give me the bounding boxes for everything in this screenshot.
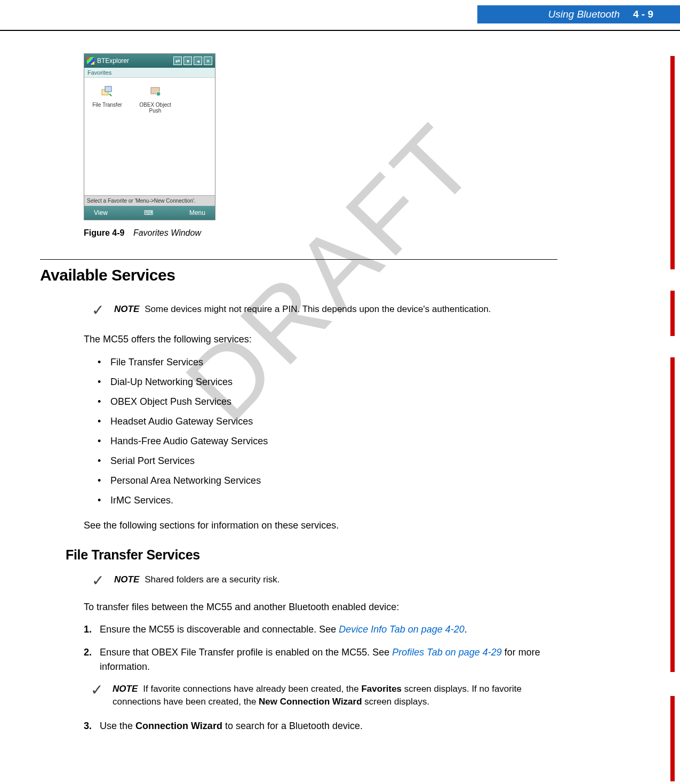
note-text: If favorite connections have already bee…	[143, 684, 361, 694]
revision-bar	[670, 56, 675, 269]
checkmark-icon: ✓	[91, 683, 103, 698]
list-item: IrMC Services.	[110, 491, 557, 510]
header-chapter: Using Bluetooth	[548, 9, 620, 20]
bold-term: Connection Wizard	[135, 721, 222, 731]
link-device-info-tab[interactable]: Device Info Tab on page 4-20	[339, 624, 465, 635]
step-2: 2. Ensure that OBEX File Transfer profil…	[84, 645, 557, 674]
list-item: Headset Audio Gateway Services	[110, 412, 557, 431]
revision-bar	[670, 291, 675, 336]
intro-paragraph: To transfer files between the MC55 and a…	[84, 602, 557, 613]
note-text: Some devices might not require a PIN. Th…	[145, 304, 491, 314]
sync-icon: ⇄	[173, 57, 182, 65]
app-icon	[87, 57, 94, 65]
list-item: Serial Port Services	[110, 451, 557, 471]
checkmark-icon: ✓	[91, 303, 105, 318]
list-item: Dial-Up Networking Services	[110, 372, 557, 392]
keyboard-icon: ⌨	[144, 209, 153, 217]
heading-file-transfer: File Transfer Services	[66, 547, 557, 563]
list-item: Personal Area Networking Services	[110, 471, 557, 491]
checkmark-icon: ✓	[91, 573, 105, 588]
favorite-label: OBEX Object Push	[137, 102, 174, 114]
section-rule	[40, 259, 557, 260]
note-block: ✓ NOTEShared folders are a security risk…	[91, 573, 557, 588]
status-bar: Select a Favorite or 'Menu->New Connecti…	[84, 195, 215, 206]
window-body: File Transfer OBEX Object Push	[84, 78, 215, 195]
note-label: NOTE	[114, 304, 139, 314]
revision-bar	[670, 696, 675, 781]
svg-point-3	[156, 92, 161, 96]
favorite-label: File Transfer	[92, 102, 122, 108]
close-icon: ✕	[204, 57, 212, 65]
bold-term: Favorites	[361, 684, 402, 694]
note-label: NOTE	[114, 574, 139, 585]
note-block: ✓ NOTESome devices might not require a P…	[91, 303, 557, 318]
softkey-bar: View ⌨ Menu	[84, 206, 215, 220]
services-list: File Transfer Services Dial-Up Networkin…	[110, 353, 557, 510]
step-1: 1. Ensure the MC55 is discoverable and c…	[84, 622, 557, 637]
header-page-number: 4 - 9	[633, 9, 653, 20]
step-text: Ensure the MC55 is discoverable and conn…	[100, 624, 339, 635]
favorite-item: File Transfer	[89, 83, 126, 108]
revision-bar	[670, 357, 675, 672]
bold-term: New Connection Wizard	[259, 697, 362, 707]
list-item: Hands-Free Audio Gateway Services	[110, 431, 557, 451]
figure-title: Favorites Window	[133, 228, 201, 237]
intro-paragraph: The MC55 offers the following services:	[84, 334, 557, 345]
softkey-right: Menu	[189, 209, 205, 217]
list-item: OBEX Object Push Services	[110, 392, 557, 412]
step-text: Ensure that OBEX File Transfer profile i…	[100, 647, 392, 658]
page-content: BTExplorer ⇄ ▾ ◂ ✕ Favorites File Transf…	[40, 53, 557, 742]
note-text: Shared folders are a security risk.	[145, 574, 279, 585]
speaker-icon: ◂	[194, 57, 202, 65]
figure-number: Figure 4-9	[84, 228, 124, 237]
step-text: Use the	[100, 721, 135, 731]
titlebar-icons: ⇄ ▾ ◂ ✕	[173, 57, 212, 65]
file-transfer-icon	[99, 83, 116, 100]
btexplorer-window: BTExplorer ⇄ ▾ ◂ ✕ Favorites File Transf…	[84, 53, 215, 220]
list-item: File Transfer Services	[110, 353, 557, 372]
numbered-steps: 1. Ensure the MC55 is discoverable and c…	[84, 622, 557, 674]
figure-caption: Figure 4-9 Favorites Window	[84, 228, 557, 238]
note-label: NOTE	[113, 684, 138, 694]
window-title: BTExplorer	[97, 57, 129, 65]
svg-rect-1	[105, 86, 111, 92]
step-number: 3.	[84, 719, 100, 733]
numbered-steps-cont: 3. Use the Connection Wizard to search f…	[84, 719, 557, 733]
link-profiles-tab[interactable]: Profiles Tab on page 4-29	[392, 647, 501, 658]
step-3: 3. Use the Connection Wizard to search f…	[84, 719, 557, 733]
obex-push-icon	[147, 83, 164, 100]
step-text: .	[465, 624, 467, 635]
signal-icon: ▾	[183, 57, 192, 65]
step-number: 2.	[84, 645, 100, 674]
step-text: to search for a Bluetooth device.	[222, 721, 363, 731]
page-header: Using Bluetooth 4 - 9	[477, 5, 680, 23]
window-titlebar: BTExplorer ⇄ ▾ ◂ ✕	[84, 54, 215, 68]
step-number: 1.	[84, 622, 100, 637]
outro-paragraph: See the following sections for informati…	[84, 520, 557, 531]
favorite-item: OBEX Object Push	[137, 83, 174, 114]
favorites-tab: Favorites	[84, 68, 215, 78]
heading-available-services: Available Services	[40, 266, 557, 284]
softkey-left: View	[94, 209, 108, 217]
note-block: ✓ NOTEIf favorite connections have alrea…	[91, 683, 557, 708]
header-rule	[0, 30, 680, 31]
note-text: screen displays.	[362, 697, 430, 707]
